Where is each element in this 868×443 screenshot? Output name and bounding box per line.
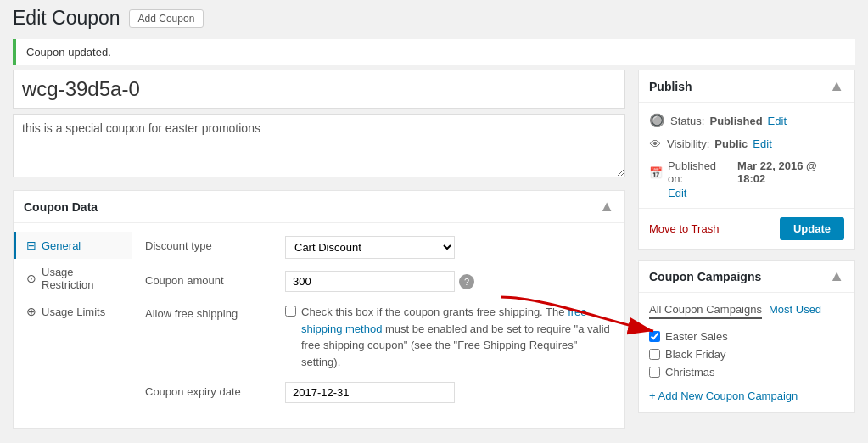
coupon-data-box: Coupon Data ▲ ⊟ General ⊙ Usage Restrict… bbox=[13, 190, 625, 429]
discount-type-label: Discount type bbox=[145, 236, 285, 252]
publish-actions: Move to Trash Update bbox=[639, 208, 854, 249]
publish-date-row: 📅 Published on: Mar 22, 2016 @ 18:02 Edi… bbox=[649, 160, 844, 199]
tab-content-general: Discount type Cart Discount Cart % Disco… bbox=[132, 223, 624, 428]
campaigns-body: All Coupon Campaigns Most Used Easter Sa… bbox=[639, 293, 854, 412]
tab-usage-restriction[interactable]: ⊙ Usage Restriction bbox=[14, 259, 132, 298]
publish-collapse-icon[interactable]: ▲ bbox=[829, 77, 844, 95]
campaigns-box: Coupon Campaigns ▲ All Coupon Campaigns … bbox=[638, 260, 855, 413]
visibility-label: Visibility: bbox=[667, 137, 709, 150]
free-shipping-label: Allow free shipping bbox=[145, 304, 285, 320]
visibility-edit-link[interactable]: Edit bbox=[753, 137, 771, 150]
coupon-amount-label: Coupon amount bbox=[145, 271, 285, 287]
add-new-campaign-link[interactable]: + Add New Coupon Campaign bbox=[649, 390, 798, 402]
limits-icon: ⊕ bbox=[26, 305, 36, 318]
published-value: Mar 22, 2016 @ 18:02 bbox=[737, 160, 844, 185]
help-icon[interactable]: ? bbox=[459, 274, 474, 289]
discount-type-select[interactable]: Cart Discount Cart % Discount Product Di… bbox=[285, 236, 455, 259]
discount-type-row: Discount type Cart Discount Cart % Disco… bbox=[145, 236, 612, 259]
update-notice: Coupon updated. bbox=[13, 39, 855, 65]
tab-restriction-label: Usage Restriction bbox=[42, 266, 121, 291]
visibility-value: Public bbox=[714, 137, 748, 150]
coupon-amount-input[interactable] bbox=[285, 271, 455, 292]
update-button[interactable]: Update bbox=[780, 217, 844, 240]
publish-visibility-row: 👁 Visibility: Public Edit bbox=[649, 137, 844, 151]
campaign-black-friday-label: Black Friday bbox=[665, 348, 726, 361]
tab-most-used[interactable]: Most Used bbox=[769, 303, 821, 319]
tab-general-label: General bbox=[42, 239, 81, 252]
campaign-easter-sales-checkbox[interactable] bbox=[649, 331, 660, 342]
publish-body: 🔘 Status: Published Edit 👁 Visibility: P… bbox=[639, 103, 854, 249]
free-shipping-text: Check this box if the coupon grants free… bbox=[301, 304, 612, 370]
visibility-icon: 👁 bbox=[649, 137, 662, 151]
published-edit-link[interactable]: Edit bbox=[668, 187, 686, 199]
tab-general[interactable]: ⊟ General bbox=[14, 232, 132, 259]
expiry-date-row: Coupon expiry date bbox=[145, 382, 612, 403]
list-item: Christmas bbox=[649, 363, 844, 381]
coupon-data-title: Coupon Data bbox=[24, 200, 98, 214]
list-item: Easter Sales bbox=[649, 328, 844, 345]
published-label: Published on: bbox=[668, 160, 732, 185]
restriction-icon: ⊙ bbox=[26, 272, 36, 285]
campaign-filter-tabs: All Coupon Campaigns Most Used bbox=[649, 303, 844, 319]
tab-all-campaigns[interactable]: All Coupon Campaigns bbox=[649, 303, 762, 319]
publish-box: Publish ▲ 🔘 Status: Published Edit 👁 Vis… bbox=[638, 70, 855, 250]
status-value: Published bbox=[709, 115, 762, 127]
coupon-amount-row: Coupon amount ? bbox=[145, 271, 612, 292]
page-title: Edit Coupon bbox=[13, 7, 120, 30]
campaign-easter-sales-label: Easter Sales bbox=[665, 330, 728, 343]
list-item: Black Friday bbox=[649, 345, 844, 363]
free-shipping-field: Check this box if the coupon grants free… bbox=[285, 304, 612, 370]
publish-status-row: 🔘 Status: Published Edit bbox=[649, 113, 844, 128]
free-shipping-checkbox[interactable] bbox=[285, 306, 296, 317]
campaign-christmas-checkbox[interactable] bbox=[649, 367, 660, 378]
add-coupon-button[interactable]: Add Coupon bbox=[129, 9, 204, 28]
expiry-date-label: Coupon expiry date bbox=[145, 382, 285, 398]
campaign-list: Easter Sales Black Friday Christmas bbox=[649, 328, 844, 381]
status-label: Status: bbox=[670, 115, 704, 127]
campaigns-title: Coupon Campaigns bbox=[649, 270, 761, 283]
calendar-icon: 📅 bbox=[649, 166, 663, 179]
collapse-icon[interactable]: ▲ bbox=[599, 198, 614, 216]
discount-type-field: Cart Discount Cart % Discount Product Di… bbox=[285, 236, 612, 259]
coupon-description-input[interactable]: this is a special coupon for easter prom… bbox=[13, 114, 625, 177]
campaign-christmas-label: Christmas bbox=[665, 366, 715, 379]
coupon-slug-input[interactable] bbox=[13, 70, 625, 109]
tab-usage-limits[interactable]: ⊕ Usage Limits bbox=[14, 298, 132, 325]
coupon-tabs: ⊟ General ⊙ Usage Restriction ⊕ Usage Li… bbox=[14, 223, 132, 428]
free-shipping-row: Allow free shipping Check this box if th… bbox=[145, 304, 612, 370]
tab-limits-label: Usage Limits bbox=[42, 306, 105, 318]
general-icon: ⊟ bbox=[26, 238, 36, 252]
publish-title: Publish bbox=[649, 80, 692, 93]
expiry-date-input[interactable] bbox=[285, 382, 455, 403]
expiry-date-field bbox=[285, 382, 612, 403]
coupon-amount-field: ? bbox=[285, 271, 612, 292]
move-to-trash-link[interactable]: Move to Trash bbox=[649, 222, 719, 235]
campaigns-collapse-icon[interactable]: ▲ bbox=[829, 267, 844, 285]
status-edit-link[interactable]: Edit bbox=[768, 115, 787, 127]
status-icon: 🔘 bbox=[649, 113, 665, 128]
campaign-black-friday-checkbox[interactable] bbox=[649, 349, 660, 360]
